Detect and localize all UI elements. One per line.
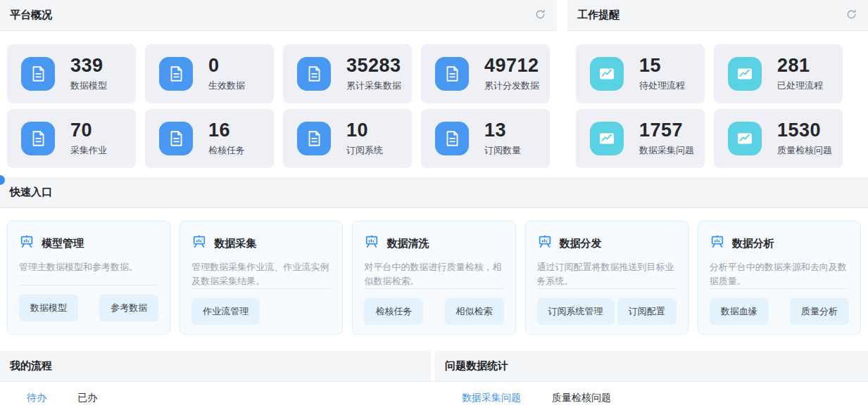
quick-entry-header: 快速入口 xyxy=(0,177,868,208)
quick-link-button[interactable]: 数据模型 xyxy=(19,295,78,321)
document-icon xyxy=(435,122,469,155)
stat-label: 数据采集问题 xyxy=(639,144,694,157)
quick-link-button[interactable]: 相似检索 xyxy=(445,298,504,325)
trend-chart-icon xyxy=(728,122,762,155)
panel-title: 工作提醒 xyxy=(577,8,619,22)
presentation-board-icon xyxy=(19,234,34,252)
quick-entry-cards: 模型管理 管理主数据模型和参考数据。 数据模型参考数据 数据采集 管理 xyxy=(0,208,868,346)
stat-value: 1757 xyxy=(639,120,694,140)
stat-card: 10 订阅系统 xyxy=(283,109,412,168)
stat-value: 35283 xyxy=(346,56,401,75)
stat-text: 70 采集作业 xyxy=(70,120,107,156)
quick-link-button[interactable]: 检核任务 xyxy=(364,298,423,325)
bottom-row: 我的流程 待办 已办 问题数据统计 数据采集问题 质量检核问题 xyxy=(0,351,868,410)
quick-card-title: 数据采集 xyxy=(214,237,256,250)
stat-label: 采集作业 xyxy=(70,144,107,157)
presentation-board-icon xyxy=(191,234,207,252)
tab-todo[interactable]: 待办 xyxy=(21,382,52,410)
document-icon xyxy=(435,57,469,91)
refresh-button[interactable] xyxy=(845,8,858,23)
tab-collect-issues[interactable]: 数据采集问题 xyxy=(456,382,527,410)
quick-link-button[interactable]: 质量分析 xyxy=(790,298,849,325)
quick-card-data-cleansing: 数据清洗 对平台中的数据进行质量检核，相似数据检索。 检核任务相似检索 xyxy=(352,221,515,335)
stat-card: 35283 累计采集数据 xyxy=(283,44,412,103)
stat-card: 49712 累计分发数据 xyxy=(421,44,550,103)
tab-quality-issues[interactable]: 质量检核问题 xyxy=(546,382,617,410)
panel-my-process: 我的流程 待办 已办 xyxy=(0,351,431,410)
panel-platform-overview: 平台概况 339 xyxy=(0,0,557,172)
quick-link-button[interactable]: 数据血缘 xyxy=(710,298,769,325)
document-icon xyxy=(297,57,331,91)
divider xyxy=(191,288,331,289)
panel-title: 我的流程 xyxy=(10,359,52,373)
presentation-board-icon xyxy=(364,234,379,252)
quick-card-header: 数据分析 xyxy=(710,234,849,252)
quick-link-button[interactable]: 作业流管理 xyxy=(191,298,260,325)
stat-value: 10 xyxy=(346,120,383,140)
stat-card: 15 待处理流程 xyxy=(576,44,705,103)
panel-title: 快速入口 xyxy=(10,186,52,199)
stat-card: 70 采集作业 xyxy=(7,109,136,168)
quick-link-button[interactable]: 订阅配置 xyxy=(617,298,677,325)
stat-card: 0 生效数据 xyxy=(145,44,274,103)
quick-card-header: 数据清洗 xyxy=(364,234,503,252)
panel-quick-entry: 快速入口 模型管理 管理主数据模型和参考数据。 数据模型参考数据 xyxy=(0,177,868,346)
quick-card-description: 对平台中的数据进行质量检核，相似数据检索。 xyxy=(364,260,503,288)
quick-card-title: 模型管理 xyxy=(42,237,84,250)
stat-text: 16 检核任务 xyxy=(208,120,245,156)
quick-card-title: 数据分析 xyxy=(732,237,774,250)
stat-label: 累计分发数据 xyxy=(484,79,539,92)
refresh-button[interactable] xyxy=(534,8,547,23)
panel-issue-stats: 问题数据统计 数据采集问题 质量检核问题 xyxy=(435,351,868,410)
tab-done[interactable]: 已办 xyxy=(72,382,103,410)
stat-card: 281 已处理流程 xyxy=(714,44,843,103)
stat-value: 339 xyxy=(70,56,107,75)
document-icon xyxy=(159,57,193,91)
divider xyxy=(19,285,158,286)
platform-overview-header: 平台概况 xyxy=(0,0,557,31)
stat-value: 13 xyxy=(484,120,521,140)
quick-link-button[interactable]: 参考数据 xyxy=(99,295,158,321)
stat-card: 13 订阅数量 xyxy=(421,109,550,168)
document-icon xyxy=(21,57,55,91)
stat-value: 0 xyxy=(208,56,245,75)
stat-text: 13 订阅数量 xyxy=(484,120,521,156)
quick-card-title: 数据清洗 xyxy=(386,237,429,250)
stat-text: 10 订阅系统 xyxy=(346,120,383,156)
stat-text: 1530 质量检核问题 xyxy=(777,120,832,156)
reminder-stats-grid: 15 待处理流程 281 已处理流程 1757 xyxy=(567,31,868,172)
stat-value: 49712 xyxy=(484,56,539,75)
quick-card-header: 数据分发 xyxy=(537,234,677,252)
panel-title: 问题数据统计 xyxy=(445,359,508,373)
divider xyxy=(710,288,849,289)
stat-value: 15 xyxy=(639,56,685,75)
stat-label: 订阅系统 xyxy=(346,144,383,157)
quick-card-data-analysis: 数据分析 分析平台中的数据来源和去向及数据质量。 数据血缘质量分析 xyxy=(698,221,861,335)
my-process-tabs: 待办 已办 xyxy=(0,382,431,410)
stat-label: 待处理流程 xyxy=(639,79,685,92)
stat-value: 1530 xyxy=(777,120,832,140)
quick-card-actions: 数据模型参考数据 xyxy=(19,295,158,321)
divider xyxy=(364,288,503,289)
stat-text: 35283 累计采集数据 xyxy=(346,56,401,91)
stat-value: 70 xyxy=(70,120,107,140)
quick-card-data-collection: 数据采集 管理数据采集作业流、作业流实例及数据采集结果。 作业流管理 xyxy=(180,221,343,335)
document-icon xyxy=(297,122,331,155)
stat-card: 16 检核任务 xyxy=(145,109,274,168)
presentation-board-icon xyxy=(710,234,725,252)
stat-value: 281 xyxy=(777,56,823,75)
quick-link-button[interactable]: 订阅系统管理 xyxy=(537,298,615,325)
refresh-icon xyxy=(846,9,857,22)
stat-card: 1757 数据采集问题 xyxy=(576,109,705,168)
quick-card-description: 管理主数据模型和参考数据。 xyxy=(19,260,158,285)
work-reminders-header: 工作提醒 xyxy=(567,0,868,31)
refresh-icon xyxy=(535,9,546,22)
presentation-board-icon xyxy=(537,234,553,252)
quick-card-title: 数据分发 xyxy=(560,237,602,250)
quick-card-description: 通过订阅配置将数据推送到目标业务系统。 xyxy=(537,260,677,288)
stat-text: 281 已处理流程 xyxy=(777,56,823,91)
quick-card-model-management: 模型管理 管理主数据模型和参考数据。 数据模型参考数据 xyxy=(7,221,170,335)
stat-text: 339 数据模型 xyxy=(70,56,107,91)
quick-card-data-distribution: 数据分发 通过订阅配置将数据推送到目标业务系统。 订阅系统管理订阅配置 xyxy=(525,221,688,335)
stat-label: 已处理流程 xyxy=(777,79,823,92)
